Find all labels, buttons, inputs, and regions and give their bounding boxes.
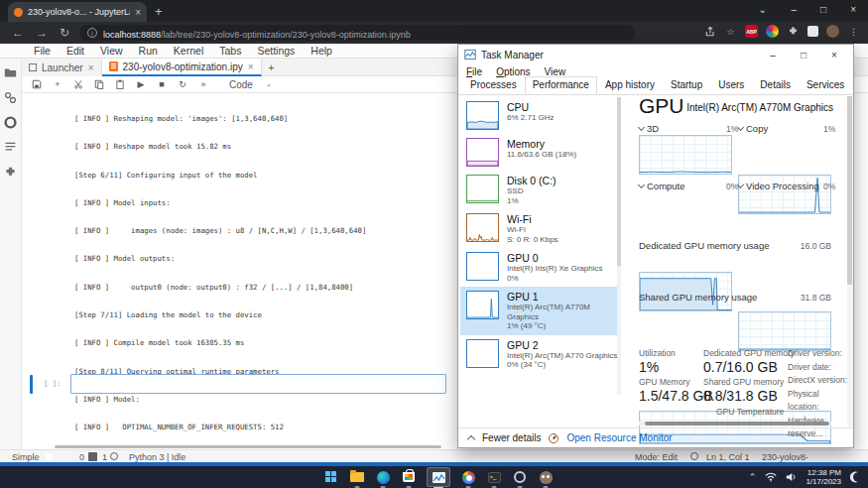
save-icon[interactable] [32,79,42,89]
start-button[interactable] [323,469,339,485]
tm-menu-file[interactable]: File [466,66,482,77]
speaker-icon[interactable] [786,472,797,482]
task-manager-button[interactable] [427,467,450,487]
recorder-button[interactable] [512,469,528,485]
run-cell-icon[interactable]: ▶ [136,79,146,89]
sidebar-item-cpu[interactable]: CPU 6% 2.71 GHz [460,97,621,134]
tab-close-icon[interactable]: × [135,7,141,18]
tm-tab-performance[interactable]: Performance [525,76,597,94]
site-info-icon[interactable]: i [87,28,97,38]
kernel-icon[interactable] [110,452,118,460]
tm-tab-details[interactable]: Details [752,76,799,94]
fewer-details-button[interactable]: Fewer details [482,432,541,443]
restart-kernel-icon[interactable]: ↻ [178,79,187,89]
chrome-button[interactable] [460,469,476,485]
back-icon[interactable]: ← [12,26,24,40]
tm-tab-services[interactable]: Services [799,76,852,94]
paste-icon[interactable] [115,79,125,89]
engine-video-label[interactable]: Video Processing [738,181,819,191]
microsoft-store-button[interactable] [401,469,417,485]
engine-copy-label[interactable]: Copy [738,123,768,134]
browser-tab[interactable]: 230-yolov8-o... - JupyterLab × [8,2,147,22]
tab-close-icon[interactable]: × [248,61,254,72]
forward-icon[interactable]: → [36,26,48,40]
gpu-panel-horizontal-scrollbar[interactable] [639,422,831,426]
tm-menu-view[interactable]: View [545,66,566,77]
mode-indicator[interactable]: Mode: Edit [635,452,678,462]
menu-view[interactable]: View [100,45,123,57]
menu-settings[interactable]: Settings [257,45,295,57]
interrupt-kernel-icon[interactable]: ■ [157,79,167,89]
tm-minimize-button[interactable]: – [760,50,786,61]
gimp-button[interactable] [538,469,554,485]
cursor-position[interactable]: Ln 1, Col 1 [706,452,750,462]
notebook-horizontal-scrollbar[interactable] [55,445,441,448]
empty-code-cell[interactable] [70,374,446,394]
browser-close-button[interactable]: × [850,4,856,15]
wifi-icon[interactable] [765,472,777,482]
file-browser-icon[interactable] [4,66,17,79]
extensions-puzzle-icon[interactable] [787,25,800,38]
sidebar-item-gpu0[interactable]: GPU 0 Intel(R) Iris(R) Xe Graphics 0% [460,248,621,287]
extension-color-icon[interactable] [766,25,779,38]
engine-3d-label[interactable]: 3D [639,123,659,134]
browser-maximize-button[interactable]: □ [820,4,826,15]
sidebar-item-gpu1[interactable]: GPU 1 Intel(R) Arc(TM) A770M Graphics 1%… [460,287,621,335]
file-explorer-button[interactable] [349,469,365,485]
adblock-icon[interactable]: ABP [745,25,758,38]
sidebar-item-memory[interactable]: Memory 11.6/63.6 GB (18%) [460,134,621,171]
hub-control-icon[interactable] [4,116,17,129]
table-of-contents-icon[interactable] [4,141,17,154]
tab-close-icon[interactable]: × [88,62,94,73]
menu-help[interactable]: Help [310,45,332,57]
sidebar-item-disk[interactable]: Disk 0 (C:) SSD 1% [460,171,621,209]
menu-edit[interactable]: Edit [66,45,84,57]
browser-chevron-icon[interactable]: ⌄ [759,4,767,15]
terminal-button[interactable]: >_ [486,469,502,485]
tm-tab-app-history[interactable]: App history [597,76,663,94]
browser-minimize-button[interactable]: – [791,4,797,15]
menu-file[interactable]: File [34,45,51,57]
cell-type-select[interactable]: Code [229,79,253,90]
task-manager-titlebar[interactable]: Task Manager – □ × [458,45,853,64]
terminal-icon[interactable] [88,452,97,461]
tm-tab-startup[interactable]: Startup [663,76,710,94]
sidebar-item-gpu2[interactable]: GPU 2 Intel(R) Arc(TM) A770 Graphics 0% … [460,335,621,374]
tm-menu-options[interactable]: Options [496,66,530,77]
reload-icon[interactable]: ↻ [60,26,69,40]
tm-close-button[interactable]: × [821,50,847,61]
side-panel-icon[interactable] [807,26,818,37]
tm-tab-users[interactable]: Users [710,76,752,94]
browser-menu-kebab-icon[interactable]: ⋮ [847,25,860,38]
engine-compute-label[interactable]: Compute [639,181,685,191]
cell-type-chevron-icon[interactable]: ⌄ [264,80,274,88]
insert-cell-icon[interactable]: + [53,79,62,89]
moon-icon[interactable] [850,471,862,483]
menu-kernel[interactable]: Kernel [174,45,203,57]
menu-tabs[interactable]: Tabs [219,45,241,57]
tray-chevron-up-icon[interactable]: ⌃ [749,472,757,482]
add-tab-button[interactable]: + [262,59,282,76]
edge-button[interactable] [375,469,391,485]
menu-run[interactable]: Run [139,45,158,57]
running-sessions-icon[interactable] [4,91,17,104]
profile-avatar[interactable] [826,25,839,38]
notification-icon[interactable] [690,452,698,460]
tm-maximize-button[interactable]: □ [791,50,816,61]
address-bar[interactable]: i localhost:8888/lab/tree/230-yolov8-opt… [79,25,635,41]
sidebar-item-wifi[interactable]: Wi-Fi Wi-Fi S: 0 R: 0 Kbps [460,209,621,248]
gpu-panel-vertical-scrollbar[interactable] [847,96,853,427]
run-all-icon[interactable]: » [198,79,208,89]
copy-icon[interactable] [94,79,104,89]
tm-tab-processes[interactable]: Processes [462,76,525,94]
open-resource-monitor-link[interactable]: Open Resource Monitor [566,432,672,443]
cut-icon[interactable] [73,79,83,89]
sidebar-scrollbar[interactable] [617,97,621,395]
taskbar-clock[interactable]: 12:38 PM 1/17/2023 [806,468,841,487]
tab-launcher[interactable]: Launcher × [22,59,102,76]
extension-manager-icon[interactable] [4,166,17,179]
share-icon[interactable] [703,25,716,38]
bookmark-star-icon[interactable]: ☆ [724,25,737,38]
tab-notebook[interactable]: 230-yolov8-optimization.ipy × [102,59,262,76]
new-tab-button[interactable]: + [155,4,163,19]
